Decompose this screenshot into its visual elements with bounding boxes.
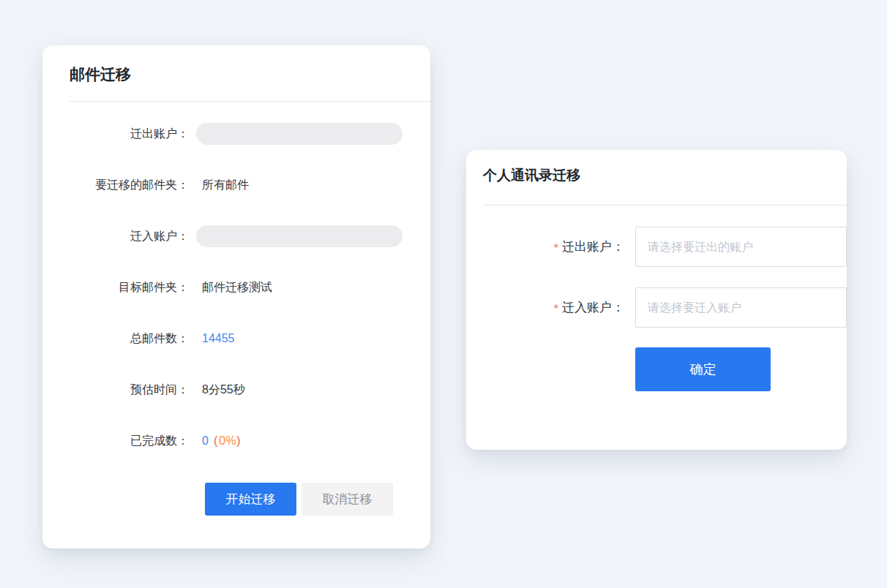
mail-migration-card: 邮件迁移 迁出账户： 要迁移的邮件夹： 所有邮件 迁入账户： 目标邮件夹： bbox=[42, 45, 430, 549]
confirm-button[interactable]: 确定 bbox=[635, 347, 771, 391]
title-divider bbox=[70, 101, 430, 102]
title-divider bbox=[483, 205, 847, 206]
completed-count-value: 0(0%) bbox=[202, 434, 241, 448]
completed-count-number: 0 bbox=[202, 434, 209, 447]
required-asterisk: * bbox=[554, 239, 558, 255]
total-mails-row: 总邮件数： 14455 bbox=[42, 313, 430, 364]
target-account-label: 迁入账户： bbox=[42, 229, 189, 244]
mail-card-title: 邮件迁移 bbox=[42, 45, 430, 101]
estimated-time-row: 预估时间： 8分55秒 bbox=[42, 364, 430, 415]
contacts-card-title: 个人通讯录迁移 bbox=[466, 150, 847, 185]
open-paren: ( bbox=[214, 434, 217, 447]
completed-count-label: 已完成数： bbox=[42, 434, 189, 449]
contacts-target-account-label: 迁入账户： bbox=[562, 299, 624, 316]
source-account-redacted-pill bbox=[196, 123, 403, 145]
target-folder-row: 目标邮件夹： 邮件迁移测试 bbox=[42, 262, 430, 313]
mail-card-actions: 开始迁移 取消迁移 bbox=[205, 483, 430, 516]
folders-to-migrate-label: 要迁移的邮件夹： bbox=[42, 178, 189, 193]
contacts-target-account-row: * 迁入账户： bbox=[466, 287, 847, 328]
close-paren: ) bbox=[236, 434, 240, 447]
source-account-row: 迁出账户： bbox=[42, 108, 430, 159]
estimated-time-value: 8分55秒 bbox=[202, 382, 245, 398]
contacts-source-account-label: 迁出账户： bbox=[562, 238, 624, 255]
contacts-migration-card: 个人通讯录迁移 * 迁出账户： * 迁入账户： 确定 bbox=[466, 150, 847, 450]
contacts-source-account-row: * 迁出账户： bbox=[466, 227, 847, 267]
cancel-migration-button[interactable]: 取消迁移 bbox=[302, 483, 393, 516]
contacts-source-account-input[interactable] bbox=[635, 227, 847, 267]
completed-percent: 0% bbox=[219, 434, 236, 447]
target-folder-value: 邮件迁移测试 bbox=[202, 280, 272, 295]
source-account-label: 迁出账户： bbox=[42, 127, 189, 142]
contacts-target-account-input[interactable] bbox=[635, 287, 847, 328]
total-mails-label: 总邮件数： bbox=[42, 331, 189, 347]
required-asterisk: * bbox=[554, 300, 558, 316]
folders-to-migrate-row: 要迁移的邮件夹： 所有邮件 bbox=[42, 159, 430, 211]
page-background: 邮件迁移 迁出账户： 要迁移的邮件夹： 所有邮件 迁入账户： 目标邮件夹： bbox=[0, 0, 887, 588]
target-account-redacted-pill bbox=[196, 225, 403, 247]
folders-to-migrate-value: 所有邮件 bbox=[202, 178, 249, 193]
start-migration-button[interactable]: 开始迁移 bbox=[205, 483, 296, 516]
estimated-time-label: 预估时间： bbox=[42, 382, 189, 398]
target-account-row: 迁入账户： bbox=[42, 211, 430, 262]
completed-count-row: 已完成数： 0(0%) bbox=[42, 415, 430, 467]
target-folder-label: 目标邮件夹： bbox=[42, 280, 189, 295]
total-mails-count: 14455 bbox=[202, 332, 235, 345]
mail-migration-form: 迁出账户： 要迁移的邮件夹： 所有邮件 迁入账户： 目标邮件夹： 邮件迁移测试 bbox=[42, 108, 430, 467]
